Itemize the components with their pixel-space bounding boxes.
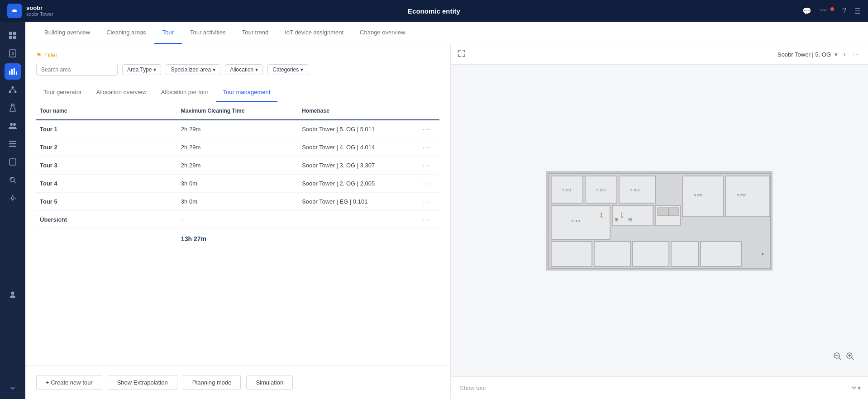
filter-chip-area-type[interactable]: Area Type ▾ [122, 64, 161, 75]
zoom-in-button[interactable] [845, 352, 854, 363]
table-row: Tour 5 3h 0m Soobr Tower | EG | 0.101 ··… [36, 193, 439, 211]
search-input[interactable] [36, 64, 118, 76]
notification-dot [830, 7, 834, 11]
table-row: Tour 1 2h 29m Soobr Tower | 5. OG | 5.01… [36, 120, 439, 138]
right-panel: Soobr Tower | 5. OG ▾ › ··· [451, 44, 868, 399]
col-tour-name: Tour name [36, 102, 177, 120]
allocation-chevron-icon: ▾ [255, 66, 258, 73]
sidebar-icon-list[interactable] [5, 136, 21, 152]
tab-tour-activities[interactable]: Tour activities [182, 22, 234, 44]
filter-controls: Area Type ▾ Specialized area ▾ Allocatio… [36, 64, 439, 76]
floor-plan-header: Soobr Tower | 5. OG ▾ › ··· [451, 44, 868, 65]
svg-text:5.201: 5.201 [694, 193, 703, 197]
svg-point-0 [13, 10, 16, 12]
floor-more-button[interactable]: ··· [853, 51, 861, 58]
logo-icon [7, 4, 22, 18]
create-tour-button[interactable]: + Create new tour [36, 375, 102, 390]
floor-location: Soobr Tower | 5. OG [777, 51, 831, 58]
svg-point-25 [11, 178, 12, 180]
svg-point-18 [13, 123, 16, 126]
sidebar-icon-search[interactable] [5, 172, 21, 188]
zoom-out-button[interactable] [833, 352, 842, 363]
sidebar-icon-dashboard[interactable] [5, 27, 21, 43]
tour-5-name: Tour 5 [36, 193, 177, 211]
filter-title: ⚑ Filter [36, 52, 439, 58]
table-area: Tour name Maximum Cleaning Time Homebase… [25, 102, 450, 366]
filter-chip-allocation[interactable]: Allocation ▾ [225, 64, 263, 75]
filter-icon: ⚑ [36, 52, 42, 58]
tour-3-more-button[interactable]: ··· [419, 157, 439, 175]
svg-rect-37 [551, 242, 592, 266]
main-content: Building overview Cleaning areas Tour To… [25, 22, 868, 399]
help-icon[interactable]: ? [842, 7, 846, 15]
categories-label: Categories [272, 66, 299, 73]
tab-change-overview[interactable]: Change overview [352, 22, 413, 44]
show-extrapolation-button[interactable]: Show Extrapolation [108, 375, 177, 390]
tour-2-more-button[interactable]: ··· [419, 138, 439, 157]
subtab-tour-generator[interactable]: Tour generator [36, 83, 89, 102]
floor-next-icon[interactable]: › [843, 50, 845, 58]
specialized-area-label: Specialized area [171, 66, 211, 73]
tour-3-time: 2h 29m [177, 157, 298, 175]
svg-rect-20 [9, 143, 16, 145]
show-tour-select[interactable]: Show tour Tour 1 Tour 2 Tour 3 Tour 4 To… [458, 382, 858, 394]
logo[interactable]: soobr soobr Tower [7, 4, 53, 18]
svg-rect-8 [11, 69, 13, 75]
svg-line-61 [851, 357, 854, 360]
sidebar-expand[interactable] [5, 383, 21, 394]
sidebar-icon-profile[interactable] [5, 286, 21, 303]
tab-building-overview[interactable]: Building overview [36, 22, 98, 44]
svg-point-17 [10, 123, 13, 126]
floor-plan-image: ⊞ ⊞ 🚶 🚶 5.101 5.102 5.103 5.201 [546, 171, 773, 271]
activity-icon[interactable]: 〰 [820, 7, 827, 15]
svg-rect-46 [658, 208, 669, 216]
tab-tour-trend[interactable]: Tour trend [234, 22, 277, 44]
tour-5-more-button[interactable]: ··· [419, 193, 439, 211]
table-row: Tour 2 2h 29m Soobr Tower | 4. OG | 4.01… [36, 138, 439, 157]
ubersicht-more-button[interactable]: ··· [419, 211, 439, 229]
subtab-allocation-per-tour[interactable]: Allocation per tour [154, 83, 216, 102]
sidebar-icon-analytics[interactable] [5, 63, 21, 80]
chat-icon[interactable]: 💬 [802, 7, 811, 15]
tour-4-more-button[interactable]: ··· [419, 175, 439, 193]
planning-mode-button[interactable]: Planning mode [183, 375, 241, 390]
floor-plan-canvas: ⊞ ⊞ 🚶 🚶 5.101 5.102 5.103 5.201 [451, 65, 868, 376]
tour-table: Tour name Maximum Cleaning Time Homebase… [36, 102, 439, 249]
sidebar-icon-square[interactable] [5, 154, 21, 170]
sidebar-icon-users-group[interactable] [5, 118, 21, 134]
topbar: soobr soobr Tower Economic entity 💬 〰 ? … [0, 0, 868, 22]
table-row: Tour 4 3h 0m Soobr Tower | 2. OG | 2.005… [36, 175, 439, 193]
tour-2-time: 2h 29m [177, 138, 298, 157]
sidebar-icon-settings[interactable] [5, 190, 21, 206]
floor-selector[interactable]: Soobr Tower | 5. OG ▾ [777, 51, 838, 58]
filter-chip-categories[interactable]: Categories ▾ [267, 64, 308, 75]
svg-line-57 [839, 357, 841, 360]
tour-3-name: Tour 3 [36, 157, 177, 175]
svg-rect-35 [612, 205, 653, 226]
sidebar-icon-billing[interactable]: $ [5, 45, 21, 62]
svg-text:5.102: 5.102 [596, 188, 606, 192]
tab-tour[interactable]: Tour [154, 22, 182, 44]
subtab-allocation-overview[interactable]: Allocation overview [89, 83, 154, 102]
tab-cleaning-areas[interactable]: Cleaning areas [98, 22, 154, 44]
tour-2-homebase: Soobr Tower | 4. OG | 4.014 [298, 138, 419, 157]
table-header-row: Tour name Maximum Cleaning Time Homebase [36, 102, 439, 120]
tour-1-more-button[interactable]: ··· [419, 120, 439, 138]
sidebar-icon-lab[interactable] [5, 100, 21, 116]
col-homebase: Homebase [298, 102, 419, 120]
brand-sub: soobr Tower [26, 11, 53, 17]
svg-rect-9 [14, 68, 15, 75]
sidebar-icon-org[interactable] [5, 81, 21, 98]
table-row: Übersicht - ··· [36, 211, 439, 229]
floor-selector-chevron-icon: ▾ [835, 51, 838, 58]
filter-chip-specialized-area[interactable]: Specialized area ▾ [166, 64, 220, 75]
menu-icon[interactable]: ☰ [854, 7, 861, 15]
subtab-tour-management[interactable]: Tour management [216, 83, 278, 102]
svg-text:⊞: ⊞ [628, 217, 632, 222]
expand-icon[interactable] [458, 50, 465, 59]
ubersicht-name: Übersicht [36, 211, 177, 229]
tour-5-time: 3h 0m [177, 193, 298, 211]
tab-iot-device[interactable]: IoT device assignment [277, 22, 352, 44]
categories-chevron-icon: ▾ [300, 66, 303, 73]
simulation-button[interactable]: Simulation [246, 375, 293, 390]
